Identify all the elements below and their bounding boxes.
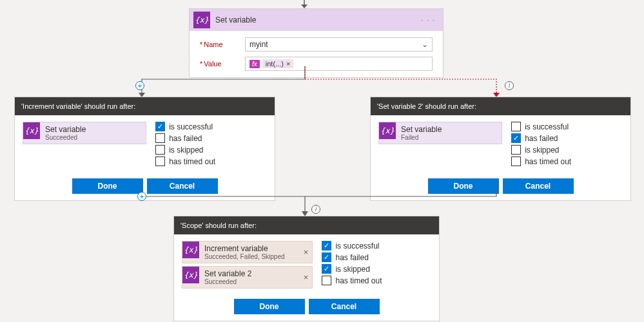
checkbox-icon [511,156,521,166]
value-input[interactable]: fx int(...) × [245,57,433,71]
remove-predecessor-icon[interactable]: × [300,269,313,286]
checkbox-icon [155,145,165,155]
scope-runafter-panel: 'Scope' should run after: {x} Increment … [173,216,440,321]
value-label: Value [200,60,239,68]
add-branch-button[interactable]: + [137,192,146,201]
check-has-timed-out[interactable]: has timed out [322,276,431,285]
check-is-skipped[interactable]: is skipped [155,145,267,155]
remove-predecessor-icon[interactable]: × [300,243,313,261]
cancel-button[interactable]: Cancel [309,299,380,314]
check-is-skipped[interactable]: is skipped [511,145,623,155]
checkbox-icon [511,145,521,155]
variable-icon: {x} [23,122,40,139]
card-title: Set variable [215,15,256,24]
variable-icon: {x} [379,122,396,139]
cancel-button[interactable]: Cancel [147,178,218,194]
expression-chip[interactable]: int(...) × [262,59,294,68]
predecessor-status: Succeeded [204,278,251,285]
check-has-failed[interactable]: ✓has failed [511,133,623,143]
name-input[interactable]: myint [245,37,433,52]
branch-info-icon[interactable]: i [505,81,514,90]
checkbox-icon: ✓ [322,264,331,274]
checkbox-icon [322,276,331,285]
setvariable2-runafter-panel: 'Set variable 2' should run after: {x} S… [370,97,631,201]
remove-chip-icon[interactable]: × [286,60,290,68]
variable-icon: {x} [193,12,210,28]
checkbox-icon: ✓ [322,252,331,262]
set-variable-card: {x} Set variable · · · Name myint Value … [189,8,444,78]
checkbox-icon [511,122,521,131]
increment-variable-runafter-panel: 'Increment variable' should run after: {… [14,97,275,201]
check-is-skipped[interactable]: ✓is skipped [322,264,431,274]
predecessor-card-1[interactable]: {x} Increment variable Succeeded, Failed… [182,241,313,263]
panel-header[interactable]: 'Set variable 2' should run after: [371,97,630,115]
panel-header[interactable]: 'Scope' should run after: [174,216,439,234]
check-has-timed-out[interactable]: has timed out [511,156,623,166]
card-menu[interactable]: · · · [421,15,439,24]
checkbox-icon: ✓ [322,241,331,251]
fx-icon: fx [249,60,260,68]
check-is-successful[interactable]: ✓is successful [322,241,431,251]
checkbox-icon: ✓ [511,133,521,143]
card-header[interactable]: {x} Set variable · · · [190,9,443,31]
done-button[interactable]: Done [234,299,305,314]
predecessor-status: Succeeded [45,134,86,141]
predecessor-title: Set variable [401,125,442,134]
panel-header[interactable]: 'Increment variable' should run after: [15,97,275,115]
predecessor-status: Failed [401,134,442,141]
predecessor-card[interactable]: {x} Set variable Failed [378,122,502,144]
check-has-timed-out[interactable]: has timed out [155,156,267,166]
checkbox-icon [155,156,165,166]
predecessor-card[interactable]: {x} Set variable Succeeded [23,122,146,144]
check-is-successful[interactable]: ✓is successful [155,122,267,131]
add-branch-button[interactable]: + [135,81,144,90]
check-has-failed[interactable]: ✓has failed [322,252,431,262]
done-button[interactable]: Done [428,178,499,194]
check-has-failed[interactable]: has failed [155,133,267,143]
variable-icon: {x} [182,242,199,258]
predecessor-title: Set variable [45,125,86,134]
predecessor-status: Succeeded, Failed, Skipped [204,253,285,260]
predecessor-title: Set variable 2 [204,269,251,278]
predecessor-card-2[interactable]: {x} Set variable 2 Succeeded × [182,266,313,289]
predecessor-title: Increment variable [204,244,285,253]
done-button[interactable]: Done [72,178,143,194]
cancel-button[interactable]: Cancel [503,178,574,194]
check-is-successful[interactable]: is successful [511,122,623,131]
name-label: Name [200,41,239,48]
checkbox-icon: ✓ [155,122,165,131]
branch-info-icon[interactable]: i [311,205,320,214]
checkbox-icon [155,133,165,143]
variable-icon: {x} [182,267,199,283]
